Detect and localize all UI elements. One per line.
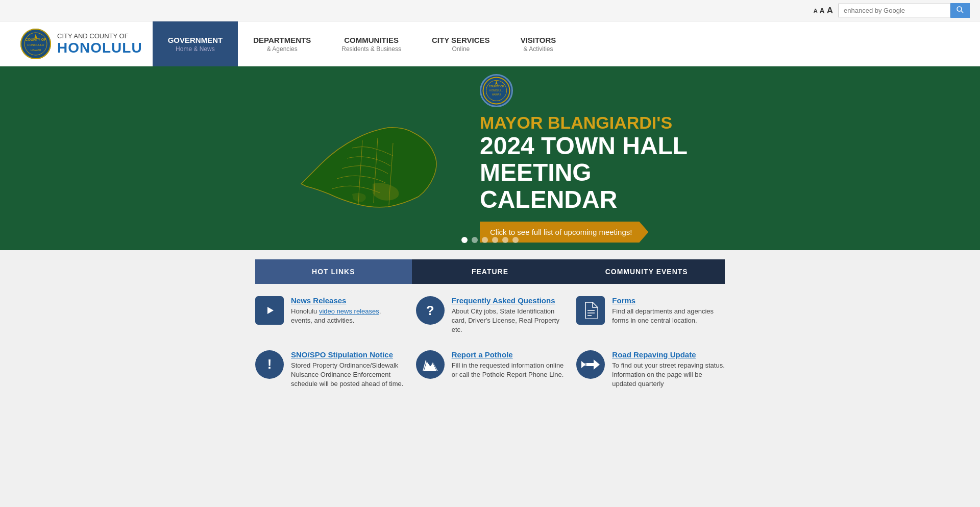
nav-departments-title: DEPARTMENTS bbox=[253, 36, 311, 44]
content-tabs: HOT LINKS FEATURE COMMUNITY EVENTS bbox=[255, 259, 725, 284]
hotlink-sno-spo[interactable]: ! SNO/SPO Stipulation Notice Stored Prop… bbox=[255, 350, 404, 389]
road-repaving-title[interactable]: Road Repaving Update bbox=[612, 350, 725, 359]
forms-title[interactable]: Forms bbox=[612, 296, 725, 305]
carousel-dot-3[interactable] bbox=[482, 237, 488, 243]
content-section: News Releases Honolulu video news releas… bbox=[0, 284, 980, 401]
hotlink-forms[interactable]: Forms Find all departments and agencies … bbox=[576, 296, 725, 335]
forms-text: Forms Find all departments and agencies … bbox=[612, 296, 725, 325]
font-size-controls: A A A bbox=[814, 6, 833, 16]
carousel-dots bbox=[461, 237, 519, 243]
font-large-btn[interactable]: A bbox=[827, 6, 833, 16]
hotlink-faq[interactable]: ? Frequently Asked Questions About City … bbox=[416, 296, 565, 335]
nav-visitors-sub: & Activities bbox=[523, 45, 553, 53]
faq-icon: ? bbox=[416, 296, 445, 325]
main-nav: GOVERNMENT Home & News DEPARTMENTS & Age… bbox=[153, 21, 572, 66]
island-map bbox=[271, 82, 464, 235]
search-button[interactable] bbox=[950, 3, 970, 18]
pothole-desc: Fill in the requested information online… bbox=[452, 361, 565, 379]
hotlink-news-releases[interactable]: News Releases Honolulu video news releas… bbox=[255, 296, 404, 335]
svg-text:HONOLULU: HONOLULU bbox=[489, 89, 504, 92]
sno-spo-icon: ! bbox=[255, 350, 284, 379]
carousel-dot-4[interactable] bbox=[492, 237, 498, 243]
road-repaving-icon bbox=[576, 350, 605, 379]
nav-government-sub: Home & News bbox=[176, 45, 215, 53]
font-small-btn[interactable]: A bbox=[814, 8, 818, 14]
nav-government[interactable]: GOVERNMENT Home & News bbox=[153, 21, 238, 66]
nav-visitors-title: VISITORS bbox=[521, 36, 556, 44]
sno-spo-text: SNO/SPO Stipulation Notice Stored Proper… bbox=[291, 350, 404, 389]
hotlink-road-repaving[interactable]: Road Repaving Update To find out your st… bbox=[576, 350, 725, 389]
road-repaving-desc: To find out your street repaving status.… bbox=[612, 361, 725, 389]
hotlink-report-pothole[interactable]: Report a Pothole Fill in the requested i… bbox=[416, 350, 565, 389]
hotlinks-row-1: News Releases Honolulu video news releas… bbox=[255, 296, 725, 335]
video-news-releases-link[interactable]: video news releases bbox=[319, 307, 379, 315]
nav-communities[interactable]: COMMUNITIES Residents & Business bbox=[326, 21, 416, 66]
news-releases-text: News Releases Honolulu video news releas… bbox=[291, 296, 404, 325]
banner-headline-yellow: MAYOR BLANGIARDI'S bbox=[480, 113, 672, 132]
nav-city-services-sub: Online bbox=[452, 45, 470, 53]
logo-section: COUNTY OF HONOLULU HAWAII CITY AND COUNT… bbox=[0, 21, 153, 66]
pothole-title[interactable]: Report a Pothole bbox=[452, 350, 565, 359]
pothole-icon bbox=[416, 350, 445, 379]
city-county-label: CITY AND COUNTY OF bbox=[57, 32, 142, 40]
svg-text:HONOLULU: HONOLULU bbox=[27, 43, 44, 46]
news-releases-icon bbox=[255, 296, 284, 325]
banner-headline-white: 2024 TOWN HALL MEETING CALENDAR bbox=[480, 133, 709, 213]
faq-text: Frequently Asked Questions About City jo… bbox=[452, 296, 565, 335]
forms-icon bbox=[576, 296, 605, 325]
tab-community-events[interactable]: COMMUNITY EVENTS bbox=[568, 259, 725, 284]
hotlinks-row-2: ! SNO/SPO Stipulation Notice Stored Prop… bbox=[255, 350, 725, 389]
carousel-dot-6[interactable] bbox=[512, 237, 519, 243]
svg-text:COUNTY OF: COUNTY OF bbox=[25, 38, 46, 41]
svg-text:HAWAII: HAWAII bbox=[492, 93, 501, 96]
top-bar: A A A bbox=[0, 0, 980, 21]
svg-marker-22 bbox=[581, 361, 585, 368]
pothole-text: Report a Pothole Fill in the requested i… bbox=[452, 350, 565, 379]
carousel-dot-1[interactable] bbox=[461, 237, 468, 243]
nav-communities-sub: Residents & Business bbox=[341, 45, 401, 53]
hotlinks-content: News Releases Honolulu video news releas… bbox=[255, 284, 725, 401]
svg-line-1 bbox=[961, 11, 963, 13]
svg-marker-20 bbox=[594, 359, 600, 370]
banner-text: COUNTY OF HONOLULU HAWAII MAYOR BLANGIAR… bbox=[464, 74, 709, 243]
nav-communities-title: COMMUNITIES bbox=[344, 36, 399, 44]
road-repaving-text: Road Repaving Update To find out your st… bbox=[612, 350, 725, 389]
font-medium-btn[interactable]: A bbox=[820, 7, 825, 15]
nav-visitors[interactable]: VISITORS & Activities bbox=[505, 21, 572, 66]
carousel-dot-2[interactable] bbox=[472, 237, 478, 243]
honolulu-label: HONOLULU bbox=[57, 40, 142, 56]
svg-text:HAWAII: HAWAII bbox=[31, 49, 41, 52]
sno-spo-title[interactable]: SNO/SPO Stipulation Notice bbox=[291, 350, 404, 359]
tab-hot-links[interactable]: HOT LINKS bbox=[255, 259, 412, 284]
search-bar bbox=[838, 3, 970, 18]
sno-spo-desc: Stored Property Ordinance/Sidewalk Nuisa… bbox=[291, 361, 404, 389]
news-releases-desc: Honolulu video news releases, events, an… bbox=[291, 307, 404, 325]
city-seal: COUNTY OF HONOLULU HAWAII bbox=[20, 29, 51, 59]
faq-desc: About City jobs, State Identification ca… bbox=[452, 307, 565, 335]
carousel-dot-5[interactable] bbox=[502, 237, 508, 243]
search-input[interactable] bbox=[838, 4, 950, 17]
nav-government-title: GOVERNMENT bbox=[168, 36, 223, 44]
faq-title[interactable]: Frequently Asked Questions bbox=[452, 296, 565, 305]
nav-city-services-title: CITY SERVICES bbox=[432, 36, 490, 44]
hero-banner: COUNTY OF HONOLULU HAWAII MAYOR BLANGIAR… bbox=[0, 66, 980, 250]
svg-text:COUNTY OF: COUNTY OF bbox=[489, 85, 504, 88]
tab-feature[interactable]: FEATURE bbox=[412, 259, 569, 284]
site-header: COUNTY OF HONOLULU HAWAII CITY AND COUNT… bbox=[0, 21, 980, 66]
logo-text: CITY AND COUNTY OF HONOLULU bbox=[57, 32, 142, 56]
nav-departments-sub: & Agencies bbox=[267, 45, 298, 53]
forms-desc: Find all departments and agencies forms … bbox=[612, 307, 725, 325]
news-releases-title[interactable]: News Releases bbox=[291, 296, 404, 305]
banner-seal: COUNTY OF HONOLULU HAWAII bbox=[480, 74, 513, 107]
nav-departments[interactable]: DEPARTMENTS & Agencies bbox=[238, 21, 326, 66]
svg-point-0 bbox=[957, 7, 962, 11]
nav-city-services[interactable]: CITY SERVICES Online bbox=[416, 21, 505, 66]
tabs-section: HOT LINKS FEATURE COMMUNITY EVENTS bbox=[0, 250, 980, 284]
